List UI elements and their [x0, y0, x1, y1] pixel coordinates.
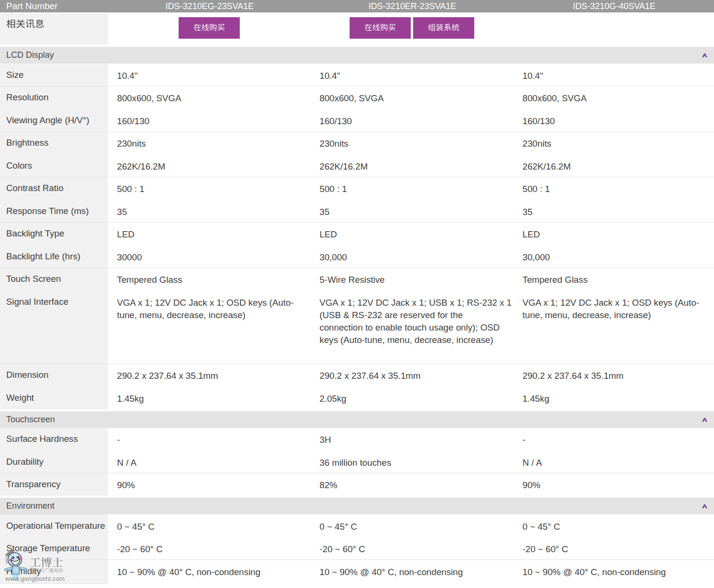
- svg-text:®: ®: [24, 549, 27, 554]
